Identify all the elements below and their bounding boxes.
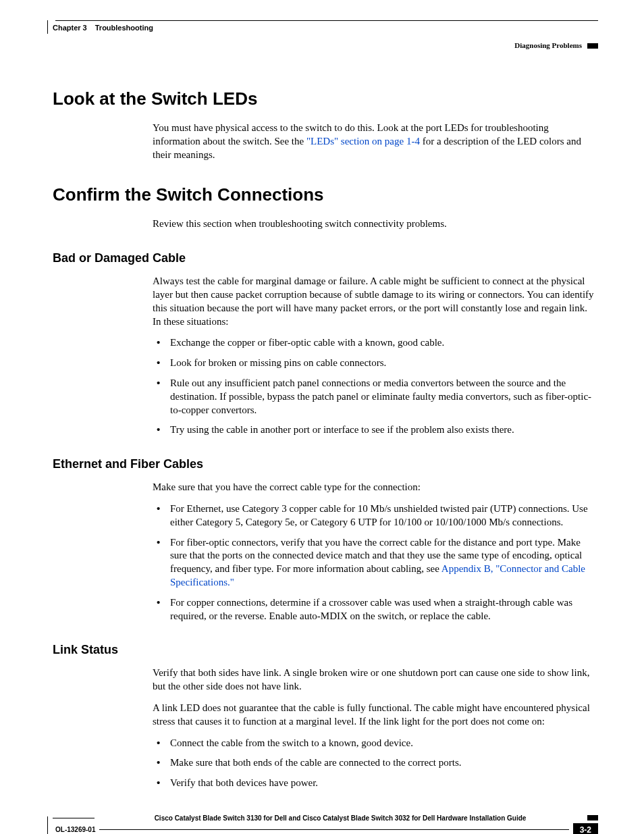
bad-cable-list: Exchange the copper or fiber-optic cable… [153, 336, 598, 437]
chapter-label: Chapter 3 [53, 24, 87, 32]
list-item: Make sure that both ends of the cable ar… [153, 756, 598, 770]
footer-doc-id: OL-13269-01 [55, 826, 95, 833]
heading-look-at-leds: Look at the Switch LEDs [53, 88, 598, 109]
list-item: Rule out any insufficient patch panel co… [153, 377, 598, 417]
paragraph: Verify that both sides have link. A sing… [153, 667, 598, 694]
list-item: Exchange the copper or fiber-optic cable… [153, 336, 598, 350]
list-item: Connect the cable from the switch to a k… [153, 737, 598, 750]
paragraph: A link LED does not guarantee that the c… [153, 702, 598, 729]
link-status-list: Connect the cable from the switch to a k… [153, 737, 598, 790]
chapter-title: Troubleshooting [95, 24, 153, 32]
footer-doc-title: Cisco Catalyst Blade Switch 3130 for Del… [99, 814, 582, 822]
list-item: For copper connections, determine if a c… [153, 596, 598, 623]
list-item: Verify that both devices have power. [153, 777, 598, 790]
page-header: Chapter 3 Troubleshooting [53, 24, 598, 32]
section-title: Diagnosing Problems [514, 41, 582, 49]
heading-link-status: Link Status [53, 643, 598, 657]
paragraph: Review this section when troubleshooting… [153, 217, 598, 231]
paragraph: Make sure that you have the correct cabl… [153, 481, 598, 494]
leds-section-link[interactable]: "LEDs" section on page 1-4 [306, 136, 420, 147]
list-item: For fiber-optic connectors, verify that … [153, 536, 598, 590]
header-mark-icon [587, 43, 598, 49]
section-header: Diagnosing Problems [53, 41, 598, 49]
paragraph: You must have physical access to the swi… [153, 122, 598, 161]
page-number-badge: 3-2 [573, 823, 598, 834]
heading-confirm-connections: Confirm the Switch Connections [53, 184, 598, 205]
heading-ethernet-fiber: Ethernet and Fiber Cables [53, 457, 598, 471]
footer-mark-icon [587, 815, 598, 820]
page-footer: Cisco Catalyst Blade Switch 3130 for Del… [53, 814, 598, 834]
ethernet-fiber-list: For Ethernet, use Category 3 copper cabl… [153, 502, 598, 623]
paragraph: Always test the cable for marginal damag… [153, 275, 598, 328]
heading-bad-cable: Bad or Damaged Cable [53, 251, 598, 265]
list-item: Look for broken or missing pins on cable… [153, 357, 598, 370]
list-item: For Ethernet, use Category 3 copper cabl… [153, 502, 598, 529]
list-item: Try using the cable in another port or i… [153, 423, 598, 437]
